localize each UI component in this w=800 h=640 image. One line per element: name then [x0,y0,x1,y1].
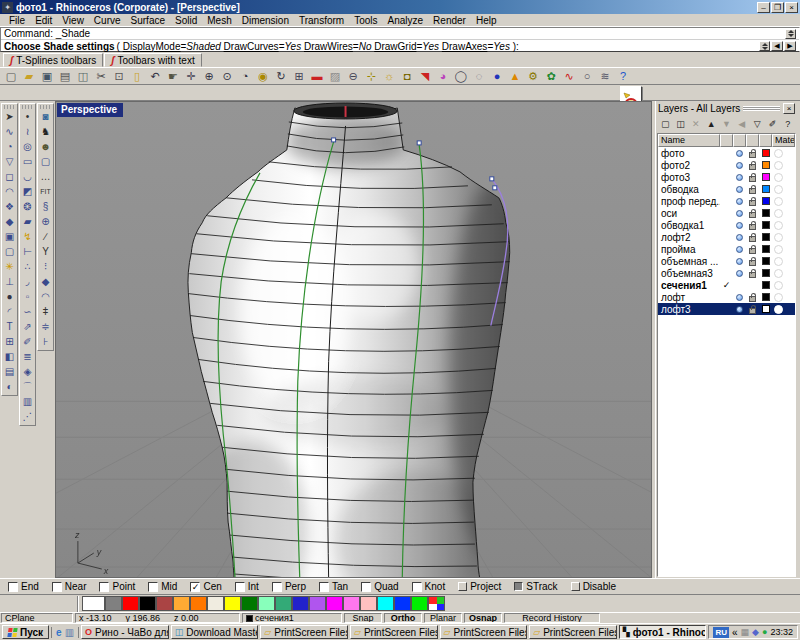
left-toolbar-main2-icon-19[interactable]: ⌒ [20,380,35,395]
taskbar-task[interactable]: ▱PrintScreen Files [440,625,528,639]
prompt-next-button[interactable]: ▶ [784,41,796,51]
toolbar-render-leaf-button[interactable]: ✿ [542,68,560,84]
layer-material-cell[interactable] [772,281,785,290]
left-toolbar-main2-icon-10[interactable]: ⊢ [20,245,35,260]
palette-swatch[interactable] [275,596,292,611]
layer-row[interactable]: фото2 [658,159,795,171]
menu-dimension[interactable]: Dimension [237,15,294,26]
layer-material-cell[interactable] [772,233,785,242]
tray-icon-1[interactable]: ▦ [741,627,750,637]
layer-row[interactable]: объемная3 [658,267,795,279]
left-toolbar-main1-icon-7[interactable]: ❖ [2,200,17,215]
layer-lock-cell[interactable] [746,257,759,266]
prompt-prev-button[interactable]: ◀ [771,41,783,51]
left-toolbar-main2-icon-12[interactable]: ◞ [20,275,35,290]
toolbar-circle-tool-button[interactable]: ○ [578,68,596,84]
layer-row[interactable]: фото3 [658,171,795,183]
layer-visibility-cell[interactable] [733,174,746,181]
left-toolbar-main2-icon-14[interactable]: ∽ [20,305,35,320]
osnap-checkbox[interactable] [52,582,62,592]
left-toolbar-tsplines-icon-5[interactable]: … [38,170,53,185]
layer-material-cell[interactable] [772,149,785,158]
layer-lock-cell[interactable] [746,269,759,278]
palette-swatch[interactable] [343,596,360,611]
toolbar-undo-button[interactable]: ↶ [146,68,164,84]
tray-chevron[interactable]: « [732,627,738,638]
left-toolbar-main2-icon-3[interactable]: ◎ [20,140,35,155]
layers-header-on[interactable] [733,134,746,147]
left-toolbar-main1-icon-13[interactable]: ● [2,290,17,305]
taskbar-task[interactable]: ▱PrintScreen Files [350,625,438,639]
left-toolbar-main2-icon-16[interactable]: ✐ [20,335,35,350]
left-toolbar-main2-icon-9[interactable]: ↯ [20,230,35,245]
taskbar-task[interactable]: ▱PrintScreen Files [260,625,348,639]
layer-row[interactable]: пройма [658,243,795,255]
menu-analyze[interactable]: Analyze [383,15,429,26]
taskbar-task[interactable]: OРино - ЧаВо для нов... [81,625,169,639]
command-spin-button[interactable] [785,29,796,39]
osnap-project[interactable]: Project [458,581,501,592]
palette-swatch[interactable] [207,596,224,611]
taskbar-task[interactable]: ▱PrintScreen Files [529,625,617,639]
layers-panel-grip[interactable] [743,106,780,111]
layer-color-cell[interactable] [759,233,772,241]
statusbar-current-layer[interactable]: сечения1 [242,613,342,623]
osnap-tan[interactable]: Tan [319,581,348,592]
start-button[interactable]: Пуск [2,625,49,639]
menu-curve[interactable]: Curve [89,15,126,26]
osnap-end[interactable]: End [8,581,39,592]
osnap-knot[interactable]: Knot [412,581,446,592]
left-toolbar-main2-icon-21[interactable]: ⋰ [20,410,35,425]
toolbar-cone-button[interactable]: ▲ [506,68,524,84]
layer-lock-cell[interactable] [746,221,759,230]
left-toolbar-tsplines-icon-13[interactable]: ◠ [38,290,53,305]
left-toolbar-main1-icon-14[interactable]: ◜ [2,305,17,320]
prompt-option[interactable]: DrawCurves [224,41,279,52]
layer-visibility-cell[interactable] [733,258,746,265]
left-toolbar-main2-icon-4[interactable]: ▭ [20,155,35,170]
palette-swatch[interactable] [377,596,394,611]
layer-color-cell[interactable] [759,209,772,217]
left-toolbar-main1-icon-3[interactable]: ◔ [2,140,17,155]
layer-lock-cell[interactable] [746,149,759,158]
left-toolbar-main2-icon-15[interactable]: ⇗ [20,320,35,335]
osnap-checkbox[interactable] [319,582,329,592]
left-toolbar-main2-icon-1[interactable]: • [20,110,35,125]
layer-row[interactable]: обводка1 [658,219,795,231]
left-toolbar-tsplines-icon-15[interactable]: ≑ [38,320,53,335]
left-toolbar-tsplines-icon-6[interactable]: FIT [38,185,53,200]
layer-material-cell[interactable] [772,293,785,302]
layer-row[interactable]: оси [658,207,795,219]
statusbar-toggle-osnap[interactable]: Osnap [464,613,502,623]
command-prompt-line[interactable]: Choose Shade settings ( DisplayMode=Shad… [1,40,799,52]
prompt-spin-button[interactable] [759,41,770,51]
left-toolbar-main1-icon-1[interactable]: ➤ [2,110,17,125]
toolbar-zoom-selected-button[interactable]: ◉ [254,68,272,84]
toolbar-shaded-view-button[interactable]: ▬ [308,68,326,84]
toolbar-tab-1[interactable]: ʃT-Splines toolbars [3,53,103,67]
restore-button[interactable]: ❐ [771,2,784,13]
osnap-quad[interactable]: Quad [361,581,398,592]
layer-material-cell[interactable] [772,209,785,218]
left-toolbar-main1-icon-15[interactable]: T [2,320,17,335]
menu-mesh[interactable]: Mesh [202,15,236,26]
layer-color-cell[interactable] [759,269,772,277]
left-toolbar-main2-icon-8[interactable]: ▰ [20,215,35,230]
left-toolbar-main1-icon-8[interactable]: ◆ [2,215,17,230]
toolbar-save-file-button[interactable]: ▣ [38,68,56,84]
left-toolbar-tsplines-icon-16[interactable]: ⊦ [38,335,53,350]
osnap-point[interactable]: Point [99,581,135,592]
layer-lock-cell[interactable] [746,209,759,218]
layer-lock-cell[interactable] [746,185,759,194]
palette-swatch[interactable] [224,596,241,611]
taskbar-task[interactable]: ◫Download Master [171,625,259,639]
layer-row[interactable]: лофт2 [658,231,795,243]
internet-explorer-icon[interactable]: e [56,627,62,638]
left-toolbar-main1-icon-10[interactable]: ▢ [2,245,17,260]
left-toolbar-main2-icon-20[interactable]: ▥ [20,395,35,410]
left-toolbar-main1-icon-9[interactable]: ▣ [2,230,17,245]
toolbar-rotate-view-button[interactable]: ↻ [272,68,290,84]
layers-header-material[interactable]: Mate [772,134,795,147]
left-toolbar-main2-icon-11[interactable]: ∴ [20,260,35,275]
tray-icon-2[interactable]: ◆ [752,627,759,637]
